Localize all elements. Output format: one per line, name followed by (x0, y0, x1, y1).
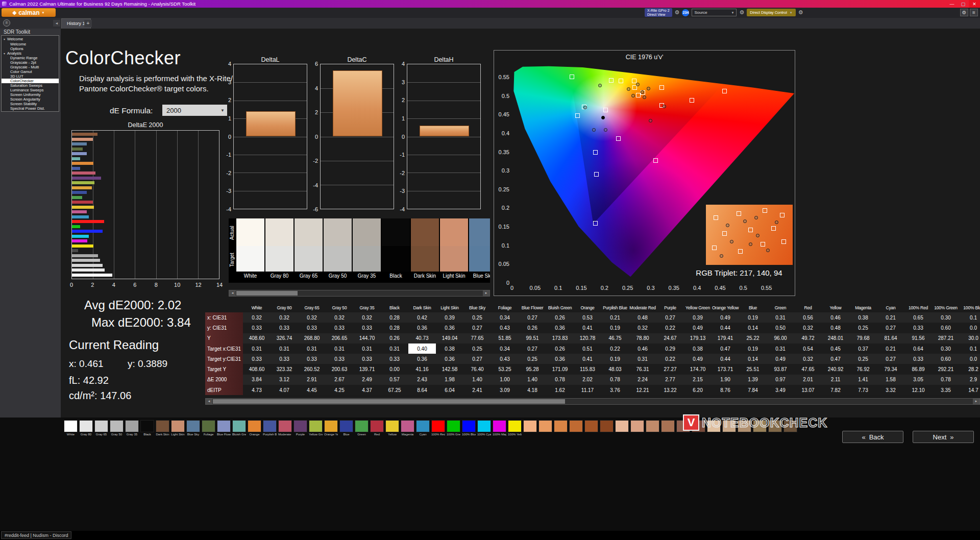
display-control-dropdown[interactable]: Direct Display Control ▼ (747, 9, 795, 16)
table-cell[interactable]: 0.48 (822, 323, 849, 333)
table-cell[interactable]: 0.19 (739, 343, 767, 354)
table-cell[interactable]: 0.32 (629, 323, 656, 333)
table-cell[interactable]: 0.25 (519, 354, 546, 364)
sequence-patch-gray-80[interactable]: Gray 80 (79, 420, 93, 437)
table-cell[interactable]: 144.70 (353, 333, 381, 343)
table-cell[interactable]: 0.27 (519, 312, 546, 323)
table-cell[interactable]: 0.14 (739, 354, 767, 364)
table-cell[interactable]: 7.73 (849, 385, 877, 395)
sidebar-item-welcome[interactable]: Welcome (2, 42, 59, 46)
table-cell[interactable]: 173.83 (546, 333, 574, 343)
table-cell[interactable]: 0.49 (767, 354, 794, 364)
table-cell[interactable]: 0.38 (436, 343, 463, 354)
table-cell[interactable]: 11.17 (574, 385, 601, 395)
workspace-toggle-button[interactable]: ≡ (3, 19, 10, 27)
table-cell[interactable]: 2.11 (822, 375, 849, 385)
sidebar-item-3d-lut[interactable]: 3D LUT (2, 74, 59, 79)
sequence-patch-light-skin[interactable]: Light Skin (171, 420, 185, 437)
table-cell[interactable]: 0.32 (794, 323, 822, 333)
table-cell[interactable]: 0.27 (877, 354, 904, 364)
table-cell[interactable]: 200.63 (326, 364, 353, 374)
sequence-patch-purple[interactable]: Purple (293, 420, 307, 437)
table-cell[interactable]: 0.49 (712, 312, 739, 323)
table-cell[interactable]: 0.27 (463, 354, 491, 364)
table-cell[interactable]: 0.45 (822, 343, 849, 354)
sequence-patch-39[interactable] (661, 420, 675, 437)
table-cell[interactable]: 0.33 (353, 354, 381, 364)
table-cell[interactable]: 48.03 (601, 364, 629, 374)
table-cell[interactable]: 77.65 (463, 333, 491, 343)
sidebar-item-screen-stability[interactable]: Screen Stability (2, 102, 59, 106)
table-cell[interactable]: 0.31 (381, 343, 408, 354)
de-formula-dropdown[interactable]: 2000 ▼ (162, 105, 227, 116)
table-cell[interactable]: 0.31 (767, 312, 794, 323)
table-cell[interactable]: 0.51 (574, 343, 601, 354)
table-cell[interactable]: 24.67 (656, 333, 684, 343)
table-cell[interactable]: 2.9 (960, 375, 980, 385)
table-cell[interactable]: 0.33 (298, 354, 326, 364)
scroll-right-icon[interactable]: ► (973, 399, 979, 404)
sidebar-item-spectral-power-dist[interactable]: Spectral Power Dist. (2, 106, 59, 111)
sidebar-item-grayscale-2pt[interactable]: Grayscale - 2pt (2, 60, 59, 65)
sequence-patch-35[interactable] (600, 420, 614, 437)
table-cell[interactable]: 2.01 (794, 375, 822, 385)
table-cell[interactable]: 25.51 (739, 364, 767, 374)
table-cell[interactable]: 0.49 (684, 323, 712, 333)
sequence-patch-red[interactable]: Red (370, 420, 384, 437)
sidebar-item-screen-angularity[interactable]: Screen Angularity (2, 97, 59, 102)
table-cell[interactable]: 0.46 (629, 343, 656, 354)
table-cell[interactable]: 292.21 (932, 364, 960, 374)
sequence-patch-100-blue[interactable]: 100% Blue (462, 420, 476, 437)
table-cell[interactable]: 173.71 (712, 364, 739, 374)
sequence-patch-100-cyan[interactable]: 100% Cyan (477, 420, 491, 437)
scroll-left-icon[interactable]: ◄ (206, 399, 212, 404)
table-cell[interactable]: 0.32 (326, 312, 353, 323)
table-cell[interactable]: 0.00 (381, 364, 408, 374)
table-cell[interactable]: 0.25 (849, 354, 877, 364)
sequence-patch-black[interactable]: Black (140, 420, 154, 437)
table-cell[interactable]: 3.84 (243, 375, 271, 385)
table-cell[interactable]: 0.32 (243, 312, 271, 323)
sidebar-item-luminance-sweeps[interactable]: Luminance Sweeps (2, 88, 59, 92)
table-cell[interactable]: 4.37 (353, 385, 381, 395)
table-cell[interactable]: 0.32 (794, 354, 822, 364)
sequence-patch-100-yellow[interactable]: 100% Yellow (508, 420, 522, 437)
scroll-left-icon[interactable]: ◄ (229, 290, 236, 296)
table-cell[interactable]: 25.22 (739, 333, 767, 343)
sidebar-item-saturation-sweeps[interactable]: Saturation Sweeps (2, 83, 59, 88)
tree-expand-icon[interactable]: ▾ (4, 52, 7, 57)
meter-settings-gear-icon[interactable]: ⚙ (675, 10, 680, 15)
sequence-patch-blue-sky[interactable]: Blue Sky (186, 420, 200, 437)
next-button[interactable]: Next » (913, 431, 974, 443)
table-cell[interactable]: 1.41 (849, 375, 877, 385)
table-cell[interactable]: 0.22 (656, 323, 684, 333)
sequence-patch-moderate-red[interactable]: Moderate Red (278, 420, 292, 437)
table-cell[interactable]: 0.60 (932, 354, 960, 364)
sequence-patch-blue[interactable]: Blue (339, 420, 353, 437)
table-cell[interactable]: 86.89 (904, 364, 932, 374)
table-cell[interactable]: 28.2 (960, 364, 980, 374)
table-cell[interactable]: 0.78 (546, 375, 574, 385)
tab-scroll-left-button[interactable]: ◄ (53, 20, 60, 27)
table-cell[interactable]: 8.76 (712, 385, 739, 395)
table-cell[interactable]: 0.33 (326, 323, 353, 333)
table-cell[interactable]: 3.49 (767, 385, 794, 395)
table-cell[interactable]: 139.71 (353, 364, 381, 374)
table-cell[interactable]: 0.34 (491, 312, 519, 323)
table-cell[interactable]: 0.22 (601, 343, 629, 354)
table-cell[interactable]: 1.58 (877, 375, 904, 385)
table-cell[interactable]: 12.21 (629, 385, 656, 395)
sidebar-item-options[interactable]: Options (2, 46, 59, 51)
sequence-patch-100-magenta[interactable]: 100% Magenta (493, 420, 506, 437)
table-cell[interactable]: 0.64 (904, 343, 932, 354)
table-cell[interactable]: 0.60 (932, 323, 960, 333)
table-cell[interactable]: 0.19 (601, 323, 629, 333)
table-cell[interactable]: 99.51 (519, 333, 546, 343)
table-cell[interactable]: 408.60 (243, 333, 271, 343)
table-cell[interactable]: 0.33 (271, 354, 298, 364)
back-button[interactable]: « Back (842, 431, 903, 443)
table-cell[interactable]: 0.43 (491, 323, 519, 333)
table-cell[interactable]: 0.36 (408, 323, 436, 333)
table-cell[interactable]: 46.75 (601, 333, 629, 343)
table-cell[interactable]: 91.56 (904, 333, 932, 343)
